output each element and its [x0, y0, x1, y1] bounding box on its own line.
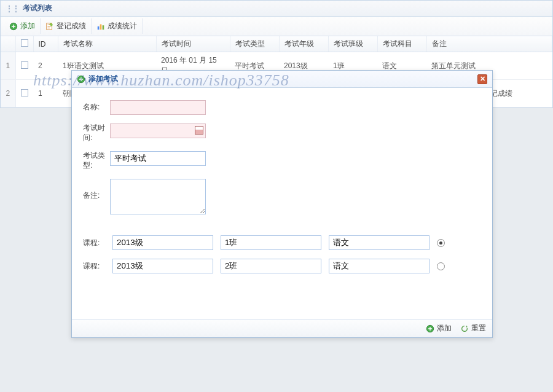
dialog-header[interactable]: 添加考试 ✕	[72, 71, 492, 88]
plus-circle-icon	[77, 75, 85, 84]
button-label: 添加	[437, 323, 452, 334]
label-course: 课程:	[83, 262, 105, 272]
close-button[interactable]: ✕	[477, 74, 487, 84]
col-type[interactable]: 考试类型	[230, 36, 279, 52]
add-exam-dialog: 添加考试 ✕ 名称: 考试时间: 考试类型: 备注: 课程:	[71, 70, 493, 338]
label-time: 考试时间:	[83, 123, 105, 143]
button-label: 成绩统计	[108, 21, 137, 31]
form-row-type: 考试类型:	[83, 151, 481, 170]
col-subject[interactable]: 考试科目	[377, 36, 426, 52]
button-label: 登记成绩	[57, 21, 86, 31]
svg-rect-2	[98, 26, 100, 29]
col-id[interactable]: ID	[33, 36, 58, 52]
form-row-name: 名称:	[83, 100, 481, 115]
type-input[interactable]	[110, 151, 206, 166]
edit-doc-icon	[45, 22, 54, 31]
panel-title: 考试列表	[23, 3, 52, 14]
col-remark[interactable]: 备注	[426, 36, 552, 52]
course-subject-input[interactable]	[329, 235, 429, 250]
svg-rect-3	[100, 24, 102, 29]
course-grade-input[interactable]	[112, 235, 213, 250]
score-stats-button[interactable]: 成绩统计	[92, 18, 143, 34]
register-score-button[interactable]: 登记成绩	[41, 18, 92, 34]
course-class-input[interactable]	[221, 235, 321, 250]
dialog-body: 名称: 考试时间: 考试类型: 备注: 课程: 课程:	[72, 88, 492, 319]
col-grade[interactable]: 考试年级	[279, 36, 328, 52]
add-button[interactable]: 添加	[4, 18, 41, 34]
calendar-icon[interactable]	[195, 126, 203, 135]
label-course: 课程:	[83, 238, 105, 248]
course-class-input[interactable]	[221, 259, 321, 273]
table-header-row: ID 考试名称 考试时间 考试类型 考试年级 考试班级 考试科目 备注	[1, 36, 552, 52]
label-name: 名称:	[83, 103, 105, 112]
bar-chart-icon	[96, 22, 105, 31]
course-row: 课程:	[83, 259, 481, 273]
course-subject-input[interactable]	[329, 259, 429, 273]
svg-rect-4	[103, 25, 104, 29]
button-label: 重置	[471, 323, 486, 334]
spacer	[83, 223, 481, 227]
course-grade-input[interactable]	[112, 259, 213, 273]
col-check[interactable]	[15, 36, 33, 52]
form-row-time: 考试时间:	[83, 123, 481, 143]
remark-textarea[interactable]	[110, 179, 206, 214]
cell-rownum: 2	[1, 80, 15, 108]
cell-id: 2	[33, 52, 58, 80]
dialog-title: 添加考试	[88, 74, 118, 84]
col-class[interactable]: 考试班级	[328, 36, 377, 52]
dialog-add-button[interactable]: 添加	[426, 323, 452, 334]
course-row: 课程:	[83, 235, 481, 250]
button-label: 添加	[20, 21, 35, 31]
cell-rownum: 1	[1, 52, 15, 80]
time-input[interactable]	[110, 123, 206, 138]
cell-check[interactable]	[15, 52, 33, 80]
course-radio[interactable]	[437, 239, 445, 247]
toolbar: 添加 登记成绩 成绩统计	[1, 17, 552, 36]
dialog-title-area: 添加考试	[77, 74, 118, 84]
cell-id: 1	[33, 80, 58, 108]
dialog-reset-button[interactable]: 重置	[460, 323, 486, 334]
col-time[interactable]: 考试时间	[156, 36, 230, 52]
dialog-footer: 添加 重置	[72, 319, 492, 337]
plus-circle-icon	[426, 324, 434, 333]
col-rownum	[1, 36, 15, 52]
label-remark: 备注:	[83, 179, 105, 201]
form-row-remark: 备注:	[83, 179, 481, 214]
checkbox-icon[interactable]	[21, 89, 28, 96]
refresh-icon	[460, 324, 469, 333]
name-input[interactable]	[110, 100, 206, 115]
panel-header: ⋮⋮ 考试列表	[1, 1, 552, 17]
col-name[interactable]: 考试名称	[58, 36, 156, 52]
checkbox-icon[interactable]	[21, 61, 28, 69]
course-radio[interactable]	[437, 262, 445, 270]
plus-circle-icon	[9, 22, 18, 31]
grip-icon: ⋮⋮	[6, 4, 19, 13]
label-type: 考试类型:	[83, 151, 105, 170]
cell-check[interactable]	[15, 80, 33, 108]
date-wrapper	[110, 123, 206, 138]
close-icon: ✕	[480, 75, 485, 83]
checkbox-icon[interactable]	[21, 39, 28, 47]
